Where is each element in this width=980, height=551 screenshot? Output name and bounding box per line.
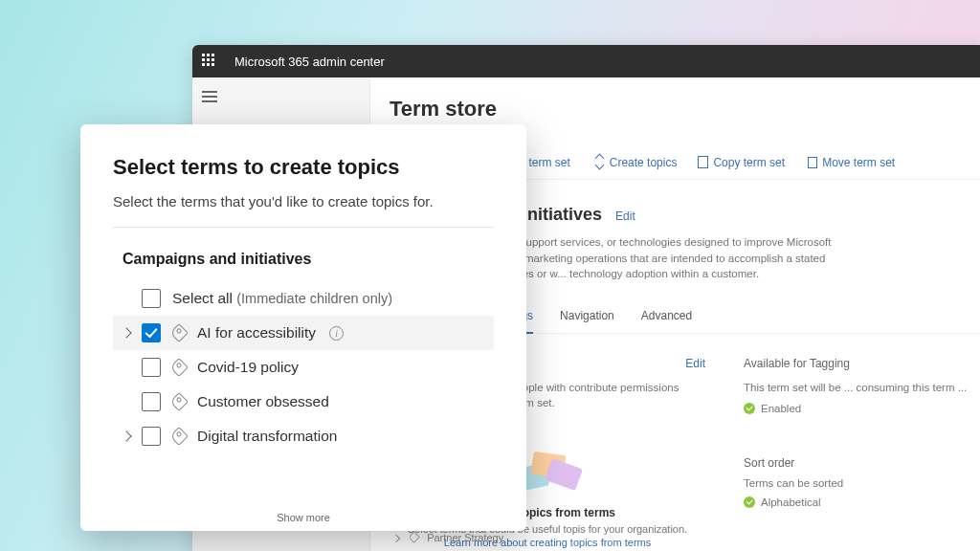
info-icon[interactable]: i: [329, 326, 344, 341]
check-circle-icon: [744, 496, 755, 508]
tag-icon: [169, 427, 189, 446]
create-topics-button[interactable]: Create topics: [593, 156, 678, 169]
tagging-panel: Available for Tagging This term set will…: [744, 357, 967, 548]
tab-navigation[interactable]: Navigation: [560, 303, 614, 333]
term-label: Covid-19 policy: [197, 359, 299, 376]
tab-advanced[interactable]: Advanced: [641, 303, 692, 333]
edit-termset-link[interactable]: Edit: [615, 209, 635, 223]
term-checkbox[interactable]: [142, 323, 161, 342]
edit-policy-link[interactable]: Edit: [685, 357, 705, 370]
chevron-right-icon[interactable]: [121, 430, 131, 441]
term-row[interactable]: Digital transformation: [113, 419, 494, 453]
select-terms-dialog: Select terms to create topics Select the…: [80, 124, 526, 531]
tag-icon: [408, 531, 420, 543]
tagging-text: This term set will be ... consuming this…: [744, 380, 967, 395]
term-group-label: Campaigns and initiatives: [122, 251, 494, 268]
page-title: Term store: [390, 97, 980, 121]
term-checkbox[interactable]: [142, 358, 161, 377]
dialog-subtitle: Select the terms that you'd like to crea…: [113, 193, 494, 228]
dialog-title: Select terms to create topics: [113, 155, 494, 180]
select-all-row[interactable]: Select all (Immediate children only): [113, 281, 494, 316]
term-row[interactable]: AI for accessibilityi: [113, 316, 494, 350]
breadcrumb-item[interactable]: Partner Strategy: [427, 532, 503, 543]
tagging-enabled-row: Enabled: [744, 401, 967, 416]
sort-order-text: Terms can be sorted: [744, 477, 967, 489]
check-circle-icon: [744, 403, 755, 414]
tag-icon: [169, 323, 189, 342]
breadcrumb-row: Partner Strategy: [393, 532, 503, 543]
term-row[interactable]: Covid-19 policy: [113, 350, 494, 385]
move-term-set-button[interactable]: Move term set: [808, 156, 895, 169]
term-checkbox[interactable]: [142, 392, 161, 411]
create-topics-icon: [593, 157, 605, 168]
tagging-title: Available for Tagging: [744, 357, 850, 370]
copy-term-set-button[interactable]: Copy term set: [700, 156, 785, 169]
term-checkbox[interactable]: [142, 427, 161, 446]
select-all-checkbox[interactable]: [142, 289, 161, 308]
sort-order-mode-row: Alphabetical: [744, 495, 967, 510]
title-bar: Microsoft 365 admin center: [192, 45, 980, 77]
tag-icon: [169, 358, 189, 377]
show-more-button[interactable]: Show more: [80, 512, 526, 523]
term-list: Select all (Immediate children only) AI …: [113, 281, 494, 453]
copy-icon: [700, 158, 708, 168]
sort-order-panel: Sort order Terms can be sorted Alphabeti…: [744, 456, 967, 510]
term-label: Digital transformation: [197, 428, 337, 445]
app-launcher-icon[interactable]: [202, 54, 217, 69]
chevron-right-icon[interactable]: [121, 327, 131, 338]
tag-icon: [169, 392, 189, 411]
app-name: Microsoft 365 admin center: [234, 55, 385, 69]
term-label: AI for accessibility: [197, 324, 316, 342]
sort-order-title: Sort order: [744, 456, 967, 470]
chevron-right-icon: [392, 535, 400, 542]
term-label: Customer obsessed: [197, 393, 329, 410]
move-icon: [808, 157, 817, 168]
menu-toggle-icon[interactable]: [202, 91, 217, 102]
term-row[interactable]: Customer obsessed: [113, 385, 494, 419]
select-all-label: Select all (Immediate children only): [172, 290, 392, 307]
